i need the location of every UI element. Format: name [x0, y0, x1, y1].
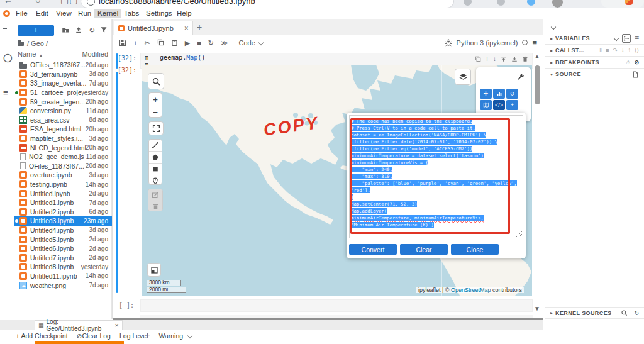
evaluate-icon[interactable]: ⟨⟩ [635, 47, 639, 53]
file-row[interactable]: esa_area.csv 8d ago [14, 116, 112, 125]
duplicate-cell-icon[interactable] [475, 56, 481, 62]
close-tab-icon[interactable]: ✕ [184, 25, 189, 31]
delete-cell-icon[interactable] [522, 56, 528, 62]
save-icon[interactable] [119, 39, 126, 47]
close-button[interactable]: Close [451, 244, 499, 255]
toolbar-overflow-icon[interactable]: ≡ [532, 38, 537, 47]
url-text[interactable]: localhost:8888/lab/tree/Geo/Untitled3.ip… [99, 0, 255, 6]
fullscreen-button[interactable] [148, 121, 164, 135]
browser-profile-pill[interactable] [601, 0, 644, 8]
file-row[interactable]: Untitled1.ipynb 7d ago [14, 198, 112, 208]
file-row[interactable]: 33_image_overla... 7d ago [14, 79, 112, 88]
insert-cell-above-icon[interactable] [501, 56, 507, 62]
draw-polygon-icon[interactable] [149, 152, 162, 164]
zoom-in-button[interactable]: + [149, 93, 162, 106]
insert-cell-icon[interactable]: + [133, 39, 137, 47]
notebook-tab[interactable]: Untitled3.ipynb ✕ [114, 21, 193, 35]
table-view-icon[interactable]: ≡ [635, 34, 639, 43]
running-sessions-icon[interactable]: ◯ [3, 53, 13, 62]
browser-app-icon[interactable] [527, 0, 535, 6]
copy-cell-icon[interactable] [157, 39, 164, 46]
move-cell-up-icon[interactable]: ↑ [486, 55, 489, 62]
menu-settings[interactable]: Settings [143, 9, 175, 18]
file-row[interactable]: 3d_terrain.ipynb 3d ago [14, 70, 112, 79]
tool-plotting-icon[interactable] [493, 89, 505, 99]
move-cell-down-icon[interactable]: ↓ [493, 55, 496, 62]
file-row[interactable]: Untitled2.ipynb 6d ago [14, 208, 112, 217]
tool-history-icon[interactable]: ↺ [506, 89, 518, 99]
zoom-out-button[interactable]: − [149, 106, 162, 118]
kernel-name[interactable]: Python 3 (ipykernel) [457, 39, 518, 47]
toolbar-wrench-icon[interactable] [513, 70, 528, 85]
resize-handle[interactable] [516, 231, 522, 237]
pause-on-exception-icon[interactable]: ⚠ [625, 59, 630, 65]
openstreetmap-link[interactable]: OpenStreetMap [451, 287, 491, 293]
section-callstack[interactable]: ▸ CALLST... ‖ ■ ↷ ↓ ↑ ⟨⟩ [545, 45, 644, 57]
file-row[interactable]: OFiles_11873f67... 20d ago [14, 60, 112, 70]
scroll-down-icon[interactable]: ▼ [534, 305, 540, 312]
draw-rectangle-icon[interactable] [149, 164, 162, 175]
file-row[interactable]: conversion.py 11d ago [14, 106, 112, 116]
browser-avatar[interactable] [552, 0, 563, 8]
add-checkpoint-button[interactable]: + Add Checkpoint [16, 332, 68, 340]
convert-button[interactable]: Convert [349, 244, 397, 255]
pause-icon[interactable]: ‖ [599, 47, 602, 53]
run-cell-icon[interactable]: ▶ [185, 39, 190, 47]
file-row[interactable]: testing.ipynb 14h ago [14, 180, 112, 189]
file-row[interactable]: Untitled11.ipynb 14h ago [14, 272, 112, 281]
section-variables[interactable]: ▸ VARIABLES ≡ [545, 33, 644, 45]
file-row[interactable]: Untitled4.ipynb 3d ago [14, 226, 112, 235]
refresh-icon[interactable]: ↻ [87, 26, 96, 35]
map-search-button[interactable] [148, 73, 164, 89]
terminate-icon[interactable]: ■ [606, 47, 609, 53]
file-row[interactable]: OFiles_11873f67... 20d ago [14, 162, 112, 171]
open-source-icon[interactable] [632, 71, 639, 78]
step-out-icon[interactable]: ↑ [628, 47, 631, 53]
map-output[interactable]: + − 3000 km 2000 mi [142, 65, 532, 296]
refresh-sources-icon[interactable]: ↻ [634, 310, 639, 316]
draw-marker-icon[interactable] [149, 175, 162, 185]
menu-view[interactable]: View [53, 9, 75, 18]
file-row[interactable]: 51_cartoee_proje... yesterday [14, 88, 112, 97]
menu-run[interactable]: Run [75, 9, 94, 18]
file-row[interactable]: maptiler_styles.i... 3d ago [14, 134, 112, 143]
file-row[interactable]: overture.ipynb 3d ago [14, 170, 112, 180]
draw-polyline-icon[interactable] [149, 140, 162, 152]
interrupt-kernel-icon[interactable]: ■ [197, 39, 201, 47]
file-row[interactable]: Untitled6.ipynb 2d ago [14, 244, 112, 253]
file-row[interactable]: Untitled3.ipynb 23m ago [14, 216, 112, 226]
new-tab-icon[interactable]: + [197, 22, 202, 32]
menu-edit[interactable]: Edit [33, 9, 52, 18]
search-sources-icon[interactable] [621, 309, 628, 316]
kernel-status-icon[interactable] [522, 40, 528, 45]
scrollbar-thumb[interactable] [535, 65, 540, 104]
file-row[interactable]: Untitled.ipynb 2d ago [14, 189, 112, 198]
paste-cell-icon[interactable] [171, 39, 178, 47]
delete-layers-icon[interactable] [148, 201, 162, 211]
tree-view-icon[interactable] [622, 34, 631, 43]
file-row[interactable]: NLCD_legend.html 20h ago [14, 143, 112, 152]
file-row[interactable]: weather.png 7d ago [14, 280, 112, 290]
file-row[interactable]: NO2_gee_demo.js 11d ago [14, 152, 112, 162]
file-row[interactable]: Untitled8.ipynb yesterday [14, 262, 112, 272]
debugger-bug-icon[interactable] [445, 39, 452, 47]
filter-icon[interactable] [100, 26, 109, 35]
layers-control-button[interactable] [455, 69, 471, 85]
cut-cell-icon[interactable]: ✂ [144, 39, 150, 47]
column-name[interactable]: Name [18, 50, 36, 58]
new-folder-icon[interactable] [62, 26, 70, 35]
restart-run-all-icon[interactable]: ≫ [221, 39, 228, 47]
menu-file[interactable]: File [13, 9, 31, 18]
browser-back-icon[interactable]: ← [4, 0, 13, 5]
minimap-toggle-button[interactable] [147, 263, 161, 277]
browser-extension-icon[interactable] [464, 0, 472, 6]
menu-tabs[interactable]: Tabs [121, 9, 142, 18]
tool-add-icon[interactable]: + [506, 100, 518, 110]
log-tab[interactable]: ▦ Log: Geo/Untitled3.ipynb ✕ [35, 320, 123, 330]
output-collapser[interactable] [116, 72, 118, 293]
step-in-icon[interactable]: ↓ [621, 47, 625, 53]
restart-kernel-icon[interactable]: ↻ [208, 39, 214, 47]
step-over-icon[interactable]: ↷ [613, 47, 618, 53]
panel-chevron-down-icon[interactable] [551, 25, 556, 30]
menu-kernel[interactable]: Kernel [94, 9, 121, 18]
